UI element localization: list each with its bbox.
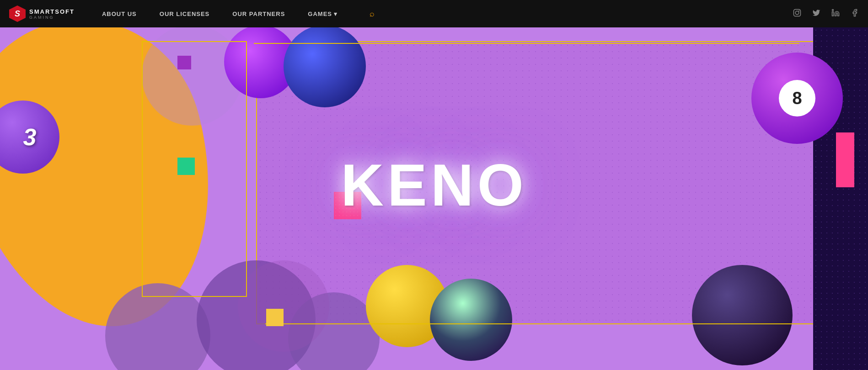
hero-section: 3 8 KENO xyxy=(0,0,868,370)
svg-point-2 xyxy=(798,11,799,11)
facebook-icon[interactable] xyxy=(851,9,859,19)
ball-3-label: 3 xyxy=(23,123,37,151)
ball-dark-right xyxy=(692,265,793,365)
pink-rect-right xyxy=(836,132,854,187)
ball-dark-blue-top xyxy=(284,25,366,107)
svg-point-1 xyxy=(795,11,799,15)
navbar: S SMARTSOFT GAMING ABOUT US OUR LICENSES… xyxy=(0,0,868,27)
nav-links: ABOUT US OUR LICENSES OUR PARTNERS GAMES… xyxy=(102,9,793,19)
square-yellow xyxy=(266,309,284,326)
ball-8-label: 8 xyxy=(792,89,802,108)
svg-point-4 xyxy=(832,10,834,11)
nav-about-us[interactable]: ABOUT US xyxy=(102,11,137,17)
brand-name: SMARTSOFT xyxy=(29,8,75,15)
ball-holographic xyxy=(430,279,512,361)
logo-letter: S xyxy=(15,9,20,19)
svg-rect-3 xyxy=(832,12,834,16)
brand-sub: GAMING xyxy=(29,15,75,20)
chevron-down-icon: ▾ xyxy=(334,11,338,17)
ball-8-inner: 8 xyxy=(779,80,815,116)
hero-title: KENO xyxy=(341,151,527,219)
nav-our-partners[interactable]: OUR PARTNERS xyxy=(232,11,285,17)
svg-rect-0 xyxy=(794,10,801,16)
circle-outline-mid xyxy=(238,260,329,352)
logo[interactable]: S SMARTSOFT GAMING xyxy=(9,5,75,22)
ball-number-8: 8 xyxy=(751,53,843,144)
square-green xyxy=(177,158,195,175)
logo-icon: S xyxy=(9,5,26,22)
social-links xyxy=(793,9,859,19)
gold-line-horizontal-top xyxy=(254,43,799,44)
twitter-icon[interactable] xyxy=(812,9,820,19)
square-purple xyxy=(177,56,191,69)
search-icon[interactable]: ⌕ xyxy=(370,9,375,19)
gold-line-horizontal-bottom xyxy=(265,323,799,324)
instagram-icon[interactable] xyxy=(793,9,801,19)
linkedin-icon[interactable] xyxy=(831,9,840,19)
nav-our-licenses[interactable]: OUR LICENSES xyxy=(160,11,210,17)
nav-games[interactable]: GAMES ▾ xyxy=(308,11,338,17)
logo-text: SMARTSOFT GAMING xyxy=(29,8,75,20)
